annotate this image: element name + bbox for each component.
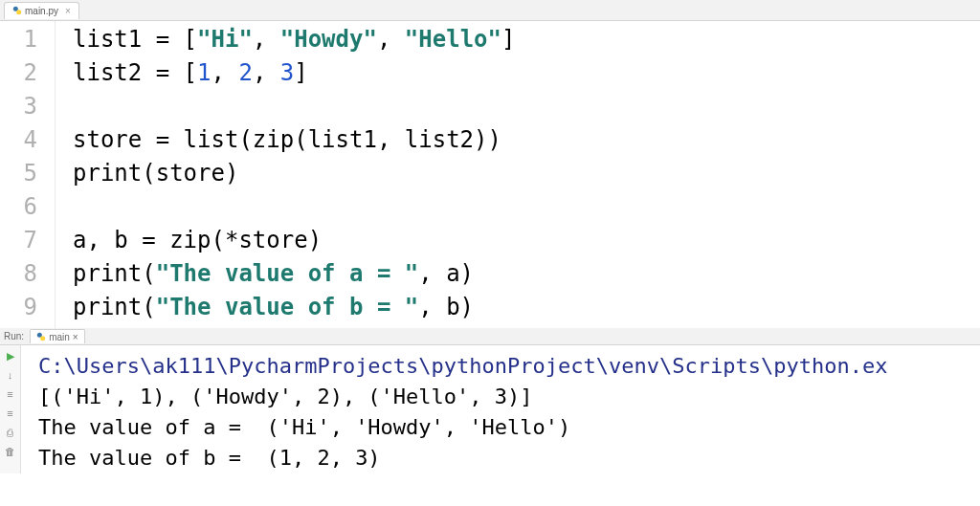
close-icon[interactable]: × <box>65 6 71 16</box>
print-icon[interactable]: ⎙ <box>4 426 17 439</box>
line-number: 5 <box>0 157 37 190</box>
run-tab-label: main <box>49 332 70 342</box>
run-panel: Run: main × ▶ ↓ ≡ ≡ ⎙ 🗑 C:\Users\ak111\P… <box>0 328 980 506</box>
console-line: The value of b = (1, 2, 3) <box>38 443 980 473</box>
line-number: 2 <box>0 56 37 90</box>
console-line: The value of a = ('Hi', 'Howdy', 'Hello'… <box>38 412 980 443</box>
play-icon[interactable]: ▶ <box>4 349 17 363</box>
run-tab-main[interactable]: main × <box>30 329 85 343</box>
code-lines[interactable]: list1 = ["Hi", "Howdy", "Hello"]list2 = … <box>56 21 980 328</box>
run-header: Run: main × <box>0 328 980 345</box>
code-line[interactable]: print(store) <box>73 157 980 190</box>
line-number: 4 <box>0 123 37 157</box>
code-line[interactable]: store = list(zip(list1, list2)) <box>73 123 980 157</box>
down-arrow-icon[interactable]: ↓ <box>4 368 17 382</box>
code-line[interactable] <box>73 190 980 224</box>
code-area[interactable]: 123456789 list1 = ["Hi", "Howdy", "Hello… <box>0 21 980 328</box>
svg-point-1 <box>16 10 21 14</box>
python-file-icon <box>36 332 46 341</box>
code-line[interactable]: list2 = [1, 2, 3] <box>73 56 980 90</box>
editor-tab-main[interactable]: main.py × <box>4 2 79 19</box>
stop-icon[interactable]: ≡ <box>4 387 17 401</box>
code-line[interactable]: print("The value of a = ", a) <box>73 257 980 291</box>
line-number: 8 <box>0 257 37 291</box>
close-icon[interactable]: × <box>73 332 78 342</box>
line-number: 6 <box>0 190 37 224</box>
line-number: 7 <box>0 224 37 257</box>
line-number: 1 <box>0 23 37 56</box>
editor-tab-bar: main.py × <box>0 0 980 21</box>
code-line[interactable]: a, b = zip(*store) <box>73 224 980 257</box>
editor-tab-label: main.py <box>25 6 58 16</box>
code-line[interactable]: print("The value of b = ", b) <box>73 291 980 324</box>
code-line[interactable] <box>73 90 980 123</box>
trash-icon[interactable]: 🗑 <box>4 445 17 458</box>
run-toolbar: ▶ ↓ ≡ ≡ ⎙ 🗑 <box>0 345 21 473</box>
code-line[interactable]: list1 = ["Hi", "Howdy", "Hello"] <box>73 23 980 56</box>
run-label: Run: <box>4 331 24 341</box>
layout-icon[interactable]: ≡ <box>4 407 17 420</box>
console-output[interactable]: C:\Users\ak111\PycharmProjects\pythonPro… <box>21 345 980 473</box>
console-line: C:\Users\ak111\PycharmProjects\pythonPro… <box>38 351 980 382</box>
line-number: 3 <box>0 90 37 123</box>
editor-pane: main.py × 123456789 list1 = ["Hi", "Howd… <box>0 0 980 328</box>
python-file-icon <box>12 6 22 15</box>
line-number: 9 <box>0 291 37 324</box>
console-line: [('Hi', 1), ('Howdy', 2), ('Hello', 3)] <box>38 382 980 412</box>
svg-point-3 <box>40 336 45 341</box>
run-body: ▶ ↓ ≡ ≡ ⎙ 🗑 C:\Users\ak111\PycharmProjec… <box>0 328 980 473</box>
gutter: 123456789 <box>0 21 56 328</box>
